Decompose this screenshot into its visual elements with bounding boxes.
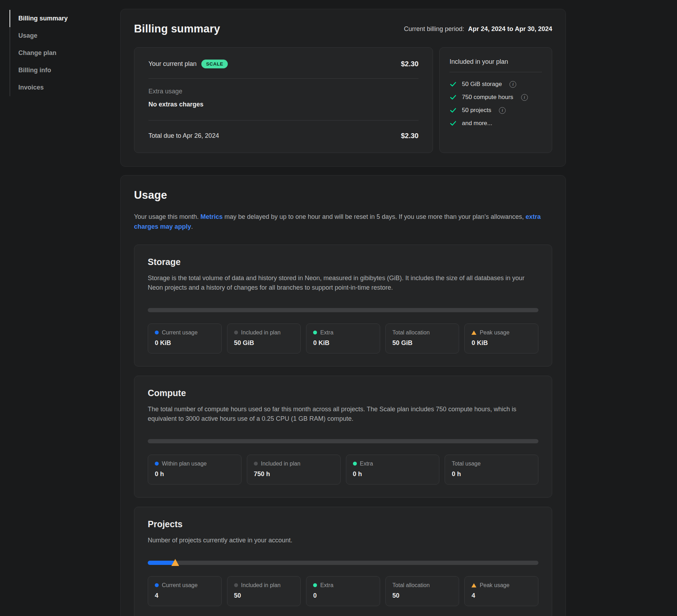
plan-summary-card: Your current plan SCALE $2.30 Extra usag… xyxy=(134,47,433,153)
stat-label: Within plan usage xyxy=(162,461,207,467)
extra-usage-label: Extra usage xyxy=(148,88,419,95)
current-plan-label: Your current plan xyxy=(148,60,196,68)
storage-description: Storage is the total volume of data and … xyxy=(148,273,538,292)
stat-label: Included in plan xyxy=(241,582,281,589)
included-item-storage: 50 GiB storage i xyxy=(450,81,542,88)
plan-amount: $2.30 xyxy=(401,60,419,68)
stat-value: 0 KiB xyxy=(471,339,531,347)
green-dot-icon xyxy=(313,583,317,587)
included-item-projects: 50 projects i xyxy=(450,107,542,114)
blue-dot-icon xyxy=(155,462,159,466)
total-due-amount: $2.30 xyxy=(401,132,419,140)
projects-section: Projects Number of projects currently ac… xyxy=(134,507,552,616)
stat-chip-total-allocation: Total allocation 50 GiB xyxy=(385,324,459,353)
stat-chip-peak-usage: Peak usage 0 KiB xyxy=(464,324,538,353)
stat-value: 50 xyxy=(234,592,294,599)
info-icon[interactable]: i xyxy=(499,107,506,114)
blue-dot-icon xyxy=(155,583,159,587)
billing-summary-body: Your current plan SCALE $2.30 Extra usag… xyxy=(134,47,552,153)
stat-value: 0 KiB xyxy=(313,339,373,347)
stat-chip-extra: Extra 0 xyxy=(306,576,380,606)
included-item-more: and more... xyxy=(450,120,542,127)
stat-chip-current-usage: Current usage 4 xyxy=(148,576,222,606)
included-item-label: and more... xyxy=(462,120,492,127)
stat-chip-extra: Extra 0 h xyxy=(346,455,440,485)
storage-section: Storage Storage is the total volume of d… xyxy=(134,245,552,366)
info-icon[interactable]: i xyxy=(521,94,528,101)
stat-label: Extra xyxy=(360,461,373,467)
included-item-label: 750 compute hours xyxy=(462,94,513,101)
main-content: Billing summary Current billing period: … xyxy=(120,9,566,616)
included-item-compute: 750 compute hours i xyxy=(450,94,542,101)
gray-dot-icon xyxy=(234,331,238,334)
stat-chip-included-in-plan: Included in plan 750 h xyxy=(247,455,341,485)
storage-title: Storage xyxy=(148,257,538,267)
usage-intro: Your usage this month. Metrics may be de… xyxy=(134,212,552,232)
blue-dot-icon xyxy=(155,331,159,334)
sidebar-item-billing-info[interactable]: Billing info xyxy=(10,62,105,79)
usage-intro-text: Your usage this month. xyxy=(134,213,200,220)
total-due-row: Total due to Apr 26, 2024 $2.30 xyxy=(148,121,419,140)
stat-value: 0 h xyxy=(452,470,531,478)
green-dot-icon xyxy=(313,331,317,334)
stat-value: 0 h xyxy=(353,470,433,478)
projects-title: Projects xyxy=(148,519,538,529)
info-icon[interactable]: i xyxy=(510,81,516,88)
stat-value: 0 KiB xyxy=(155,339,215,347)
check-icon xyxy=(450,107,457,114)
stat-label: Included in plan xyxy=(261,461,300,467)
stat-label: Total allocation xyxy=(392,582,430,589)
gray-dot-icon xyxy=(234,583,238,587)
compute-stats: Within plan usage 0 h Included in plan 7… xyxy=(148,455,538,485)
stat-value: 0 h xyxy=(155,470,234,478)
stat-label: Extra xyxy=(320,329,333,336)
billing-sidebar: Billing summary Usage Change plan Billin… xyxy=(10,10,105,96)
stat-label: Current usage xyxy=(162,582,197,589)
billing-period-label: Current billing period: xyxy=(404,25,464,32)
stat-label: Current usage xyxy=(162,329,197,336)
total-due-label: Total due to Apr 26, 2024 xyxy=(148,132,219,140)
stat-chip-within-plan-usage: Within plan usage 0 h xyxy=(148,455,242,485)
included-plan-list: 50 GiB storage i 750 compute hours i 50 … xyxy=(450,81,542,127)
stat-label: Total usage xyxy=(452,461,481,467)
stat-value: 50 GiB xyxy=(234,339,294,347)
stat-chip-included-in-plan: Included in plan 50 GiB xyxy=(227,324,301,353)
check-icon xyxy=(450,120,457,127)
billing-period: Current billing period: Apr 24, 2024 to … xyxy=(404,25,552,33)
sidebar-item-billing-summary[interactable]: Billing summary xyxy=(10,10,105,27)
stat-value: 4 xyxy=(155,592,215,599)
included-item-label: 50 GiB storage xyxy=(462,81,502,88)
stat-chip-current-usage: Current usage 0 KiB xyxy=(148,324,222,353)
sidebar-item-change-plan[interactable]: Change plan xyxy=(10,44,105,62)
compute-description: The total number of compute hours used s… xyxy=(148,405,538,424)
included-plan-title: Included in your plan xyxy=(450,58,542,72)
check-icon xyxy=(450,94,457,101)
current-plan-row: Your current plan SCALE $2.30 xyxy=(148,60,419,79)
included-plan-card: Included in your plan 50 GiB storage i 7… xyxy=(439,47,552,153)
orange-triangle-icon xyxy=(471,331,476,335)
billing-period-value: Apr 24, 2024 to Apr 30, 2024 xyxy=(468,25,552,32)
billing-page: Billing summary Usage Change plan Billin… xyxy=(0,0,677,616)
metrics-link[interactable]: Metrics xyxy=(200,213,222,220)
billing-summary-card: Billing summary Current billing period: … xyxy=(120,9,566,167)
stat-chip-total-allocation: Total allocation 50 xyxy=(385,576,459,606)
compute-progress-bar xyxy=(148,439,538,443)
stat-label: Peak usage xyxy=(480,329,510,336)
stat-label: Included in plan xyxy=(241,329,281,336)
orange-triangle-icon xyxy=(471,583,476,587)
usage-card: Usage Your usage this month. Metrics may… xyxy=(120,175,566,616)
plan-badge: SCALE xyxy=(201,60,228,68)
stat-value: 50 GiB xyxy=(392,339,452,347)
stat-value: 4 xyxy=(471,592,531,599)
green-dot-icon xyxy=(353,462,357,466)
compute-title: Compute xyxy=(148,388,538,398)
sidebar-item-invoices[interactable]: Invoices xyxy=(10,79,105,96)
billing-nav: Billing summary Usage Change plan Billin… xyxy=(10,10,105,96)
stat-chip-peak-usage: Peak usage 4 xyxy=(464,576,538,606)
projects-stats: Current usage 4 Included in plan 50 Extr… xyxy=(148,576,538,606)
billing-summary-header: Billing summary Current billing period: … xyxy=(134,23,552,35)
stat-value: 750 h xyxy=(254,470,334,478)
sidebar-item-usage[interactable]: Usage xyxy=(10,27,105,44)
stat-label: Extra xyxy=(320,582,333,589)
stat-chip-total-usage: Total usage 0 h xyxy=(445,455,538,485)
